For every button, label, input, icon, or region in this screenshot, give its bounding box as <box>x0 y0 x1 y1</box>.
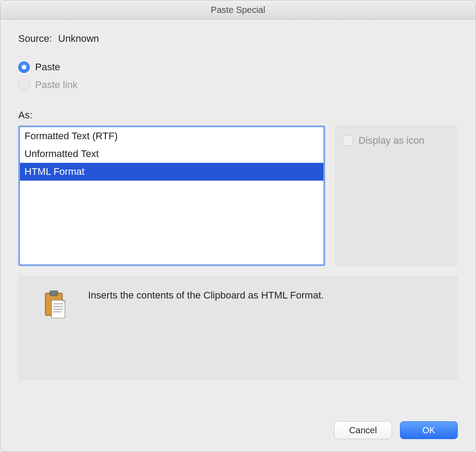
dialog-content: Source: Unknown Paste Paste link As: For… <box>0 20 476 412</box>
display-as-icon-row: Display as icon <box>343 135 450 146</box>
description-text: Inserts the contents of the Clipboard as… <box>88 289 324 367</box>
dialog-footer: Cancel OK <box>0 412 476 452</box>
source-row: Source: Unknown <box>18 33 458 44</box>
description-panel: Inserts the contents of the Clipboard as… <box>18 276 458 380</box>
radio-paste-label: Paste <box>35 61 60 73</box>
format-option[interactable]: Formatted Text (RTF) <box>20 127 323 145</box>
paste-special-dialog: Paste Special Source: Unknown Paste Past… <box>0 0 476 452</box>
clipboard-paste-icon <box>44 291 68 367</box>
mid-row: Formatted Text (RTF)Unformatted TextHTML… <box>18 125 458 266</box>
as-label: As: <box>18 109 458 121</box>
format-option[interactable]: HTML Format <box>20 163 323 181</box>
format-listbox[interactable]: Formatted Text (RTF)Unformatted TextHTML… <box>18 125 325 266</box>
display-as-icon-checkbox <box>343 135 353 146</box>
paste-mode-radios: Paste Paste link <box>18 61 458 97</box>
source-label: Source: <box>18 33 52 44</box>
cancel-button-label: Cancel <box>349 425 377 436</box>
source-value: Unknown <box>58 33 99 44</box>
svg-rect-1 <box>50 291 58 296</box>
titlebar: Paste Special <box>0 0 476 20</box>
ok-button[interactable]: OK <box>400 421 458 439</box>
radio-paste-row[interactable]: Paste <box>18 61 458 73</box>
window-title: Paste Special <box>211 5 265 15</box>
format-option[interactable]: Unformatted Text <box>20 145 323 163</box>
radio-paste-link-label: Paste link <box>35 79 77 91</box>
display-as-icon-label: Display as icon <box>359 135 424 146</box>
display-option-panel: Display as icon <box>335 125 458 266</box>
ok-button-label: OK <box>423 425 436 436</box>
radio-paste-link-row: Paste link <box>18 79 458 91</box>
radio-paste[interactable] <box>18 61 30 73</box>
radio-paste-link <box>18 79 30 91</box>
cancel-button[interactable]: Cancel <box>334 421 392 439</box>
